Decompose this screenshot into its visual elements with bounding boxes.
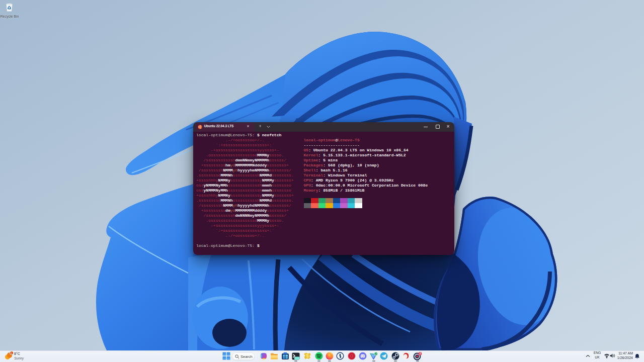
svg-text:2: 2 [419,352,421,355]
